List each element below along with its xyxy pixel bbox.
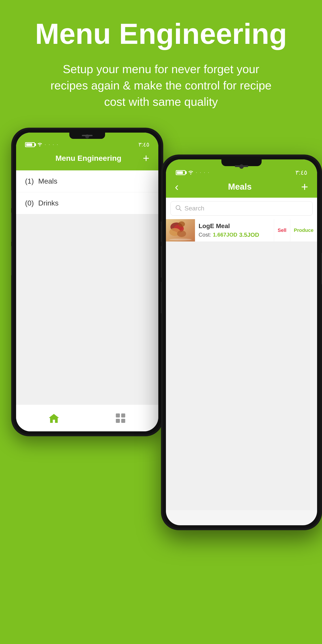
home-nav-icon[interactable] [48,413,60,423]
grid-nav-icon[interactable] [115,412,126,424]
menu-item-drinks[interactable]: (0) Drinks [16,192,158,214]
meals-count: (1) [25,177,34,185]
produce-button[interactable]: Produce [290,219,317,242]
search-bar[interactable]: Search [170,201,312,216]
hero-title: Menu Engineering [22,18,300,50]
search-icon [175,204,182,212]
foreground-phone: · · · · ٣:٤٥ ‹ Meals + [161,154,322,530]
svg-rect-3 [116,419,120,423]
meals-label: Meals [38,177,57,185]
phones-container: · · · · ٣:٤٥ Menu Engineering + (1) Meal… [0,128,322,597]
meal-sell-price: 3.5JOD [239,232,259,238]
back-button[interactable]: ‹ [175,180,179,193]
bg-phone-dots: · · · · [45,142,59,147]
fg-phone-nav-bar: ‹ Meals + [166,178,317,198]
bg-phone-content-area [16,214,158,416]
bg-phone-bottom-nav [16,404,158,431]
fg-speaker [235,165,248,167]
wifi-icon [37,142,43,148]
background-phone: · · · · ٣:٤٥ Menu Engineering + (1) Meal… [11,128,163,436]
hero-subtitle: Setup your menu for never forget your re… [49,61,273,110]
drinks-label: Drinks [38,199,58,207]
svg-rect-2 [121,414,125,418]
fg-wifi-icon [188,169,194,176]
meal-actions: Sell Produce [274,219,317,242]
meal-cost-label: Cost: [198,232,211,238]
search-container: Search [166,198,317,219]
menu-item-meals[interactable]: (1) Meals [16,170,158,192]
svg-point-5 [190,174,191,174]
fg-phone-time: ٣:٤٥ [296,169,307,176]
svg-line-7 [180,209,181,211]
bg-phone-header: Menu Engineering + [16,150,158,170]
drinks-count: (0) [25,199,34,207]
fg-add-button[interactable]: + [301,181,308,193]
fg-empty-content [166,242,317,510]
fg-dots: · · · · [196,170,210,175]
meal-item[interactable]: LogE Meal Cost: 1.667JOD 3.5JOD Sell Pro… [166,219,317,242]
svg-rect-4 [121,419,125,423]
meal-details: LogE Meal Cost: 1.667JOD 3.5JOD [195,219,274,242]
svg-point-0 [39,146,40,146]
bg-phone-menu-list: (1) Meals (0) Drinks [16,170,158,214]
meal-image [166,219,195,242]
meal-cost-value: 1.667JOD [213,232,237,238]
meal-name: LogE Meal [198,222,270,230]
bg-phone-title: Menu Engineering [56,154,122,162]
battery-icon [25,142,35,147]
bg-phone-time: ٣:٤٥ [138,141,149,148]
search-placeholder: Search [184,205,204,212]
svg-rect-1 [116,414,120,418]
fg-battery-icon [176,170,186,175]
meal-cost-row: Cost: 1.667JOD 3.5JOD [198,232,270,238]
sell-button[interactable]: Sell [274,219,290,242]
bg-phone-add-btn[interactable]: + [143,152,149,164]
svg-point-6 [176,206,180,210]
hero-section: Menu Engineering Setup your menu for nev… [0,0,322,123]
fg-phone-screen-title: Meals [228,182,252,192]
